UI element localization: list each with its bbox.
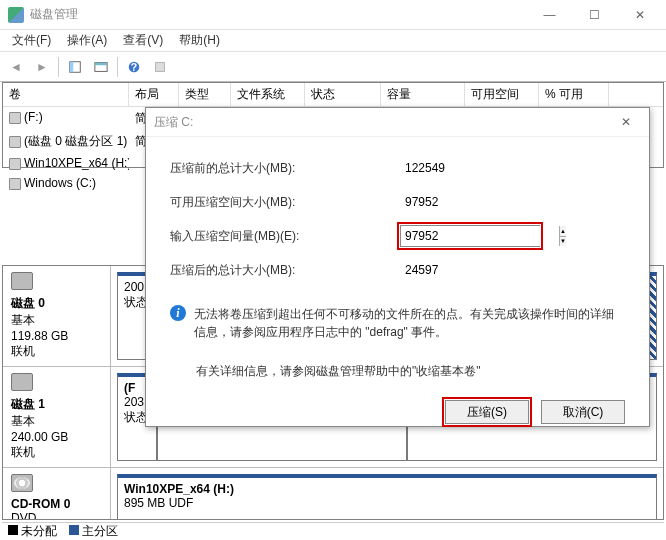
legend-swatch-primary <box>69 525 79 535</box>
properties-icon[interactable] <box>89 55 113 79</box>
toolbar-divider <box>58 57 59 77</box>
disk-label: 磁盘 0 基本 119.88 GB 联机 <box>3 266 111 366</box>
close-button[interactable]: ✕ <box>617 1 662 29</box>
col-free[interactable]: 可用空间 <box>465 83 539 106</box>
action-icon[interactable] <box>148 55 172 79</box>
label-total-after: 压缩后的总计大小(MB): <box>170 262 400 279</box>
shrink-button[interactable]: 压缩(S) <box>445 400 529 424</box>
dialog-title: 压缩 C: <box>154 114 611 131</box>
svg-rect-6 <box>156 62 165 71</box>
cd-icon <box>11 474 33 492</box>
maximize-button[interactable]: ☐ <box>572 1 617 29</box>
disk-row[interactable]: CD-ROM 0 DVD 895 MB Win10XPE_x64 (H:)895… <box>3 468 663 520</box>
titlebar: 磁盘管理 — ☐ ✕ <box>0 0 666 30</box>
partition[interactable]: Win10XPE_x64 (H:)895 MB UDF <box>117 474 657 520</box>
toolbar: ◄ ► ? <box>0 52 666 82</box>
col-layout[interactable]: 布局 <box>129 83 179 106</box>
spinner-down-icon[interactable]: ▼ <box>560 237 566 247</box>
shrink-dialog: 压缩 C: ✕ 压缩前的总计大小(MB): 122549 可用压缩空间大小(MB… <box>145 107 650 427</box>
dialog-close-button[interactable]: ✕ <box>611 115 641 129</box>
label-available-shrink: 可用压缩空间大小(MB): <box>170 194 400 211</box>
disk-label: CD-ROM 0 DVD 895 MB <box>3 468 111 520</box>
menu-help[interactable]: 帮助(H) <box>171 30 228 51</box>
volume-icon <box>9 136 21 148</box>
svg-text:?: ? <box>131 60 137 72</box>
app-icon <box>8 7 24 23</box>
disk-label: 磁盘 1 基本 240.00 GB 联机 <box>3 367 111 467</box>
forward-icon[interactable]: ► <box>30 55 54 79</box>
volume-icon <box>9 112 21 124</box>
col-capacity[interactable]: 容量 <box>381 83 465 106</box>
toolbar-divider <box>117 57 118 77</box>
dialog-titlebar[interactable]: 压缩 C: ✕ <box>146 108 649 137</box>
col-percent[interactable]: % 可用 <box>539 83 609 106</box>
refresh-icon[interactable] <box>63 55 87 79</box>
value-available-shrink: 97952 <box>400 192 520 212</box>
col-status[interactable]: 状态 <box>305 83 381 106</box>
help-icon[interactable]: ? <box>122 55 146 79</box>
svg-rect-3 <box>95 62 107 65</box>
minimize-button[interactable]: — <box>527 1 572 29</box>
label-total-before: 压缩前的总计大小(MB): <box>170 160 400 177</box>
legend: 未分配 主分区 <box>2 522 664 540</box>
volume-icon <box>9 178 21 190</box>
menu-file[interactable]: 文件(F) <box>4 30 59 51</box>
menu-action[interactable]: 操作(A) <box>59 30 115 51</box>
col-type[interactable]: 类型 <box>179 83 231 106</box>
legend-swatch-unallocated <box>8 525 18 535</box>
menu-view[interactable]: 查看(V) <box>115 30 171 51</box>
menubar: 文件(F) 操作(A) 查看(V) 帮助(H) <box>0 30 666 52</box>
label-shrink-amount: 输入压缩空间量(MB)(E): <box>170 228 400 245</box>
col-volume[interactable]: 卷 <box>3 83 129 106</box>
info-text: 无法将卷压缩到超出任何不可移动的文件所在的点。有关完成该操作时间的详细信息，请参… <box>194 305 625 341</box>
info-icon: i <box>170 305 186 321</box>
cancel-button[interactable]: 取消(C) <box>541 400 625 424</box>
disk-icon <box>11 373 33 391</box>
help-text: 有关详细信息，请参阅磁盘管理帮助中的"收缩基本卷" <box>196 363 625 380</box>
spinner-up-icon[interactable]: ▲ <box>560 226 566 237</box>
back-icon[interactable]: ◄ <box>4 55 28 79</box>
value-total-after: 24597 <box>400 260 520 280</box>
volume-icon <box>9 158 21 170</box>
table-header: 卷 布局 类型 文件系统 状态 容量 可用空间 % 可用 <box>3 83 663 107</box>
col-filesystem[interactable]: 文件系统 <box>231 83 305 106</box>
shrink-amount-input[interactable]: ▲ ▼ <box>400 225 540 247</box>
value-total-before: 122549 <box>400 158 520 178</box>
disk-icon <box>11 272 33 290</box>
window-title: 磁盘管理 <box>30 6 527 23</box>
svg-rect-1 <box>70 61 74 72</box>
shrink-amount-field[interactable] <box>401 226 559 246</box>
